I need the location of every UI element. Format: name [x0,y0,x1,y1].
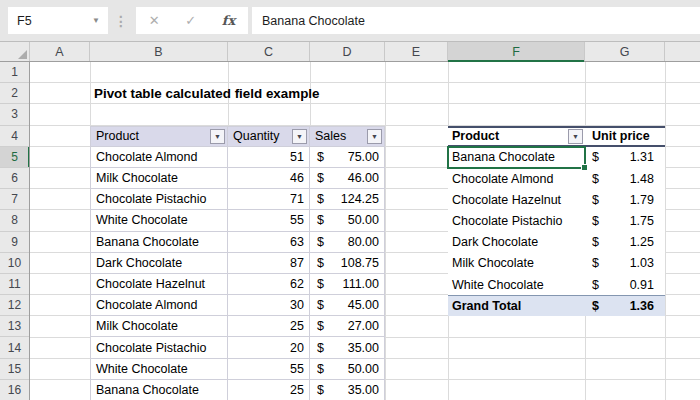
product-cell[interactable]: White Chocolate [90,210,228,231]
row-header-16[interactable]: 16 [0,380,29,400]
column-header-A[interactable]: A [30,42,90,61]
currency-symbol: $ [317,383,324,397]
pivot-product-cell[interactable]: Chocolate Almond [448,168,585,189]
row-header-12[interactable]: 12 [0,295,29,316]
quantity-cell[interactable]: 30 [228,295,310,316]
unit-price-value: 1.31 [630,150,654,164]
row-header-5[interactable]: 5 [0,147,29,168]
grand-total-price-cell[interactable]: $1.36 [585,296,665,316]
pivot-header-unit-price[interactable]: Unit price [585,128,665,145]
pivot-header-label: Product [452,129,499,143]
row-header-1[interactable]: 1 [0,62,29,83]
source-header-product[interactable]: Product▼ [90,126,228,147]
row-header-13[interactable]: 13 [0,316,29,337]
sales-cell[interactable]: $50.00 [310,359,385,380]
product-cell[interactable]: Chocolate Almond [90,147,228,168]
grand-total-label-cell[interactable]: Grand Total [448,296,585,316]
row-header-8[interactable]: 8 [0,210,29,231]
product-cell[interactable]: Milk Chocolate [90,168,228,189]
pivot-product-cell[interactable]: Chocolate Pistachio [448,210,585,231]
currency-symbol: $ [592,214,599,228]
sales-cell[interactable]: $108.75 [310,253,385,274]
column-header-B[interactable]: B [90,42,228,61]
sales-cell[interactable]: $35.00 [310,380,385,400]
pivot-product-cell[interactable]: White Chocolate [448,274,585,295]
pivot-product-cell[interactable]: Milk Chocolate [448,253,585,274]
name-box[interactable]: F5 ▼ [8,7,108,34]
sales-filter-button[interactable]: ▼ [367,129,382,144]
column-header-F[interactable]: F [448,42,585,61]
row-header-11[interactable]: 11 [0,274,29,295]
selected-cell-outline[interactable] [447,146,586,169]
product-cell[interactable]: Banana Chocolate [90,380,228,400]
column-header-C[interactable]: C [228,42,310,61]
row-header-10[interactable]: 10 [0,253,29,274]
pivot-price-cell[interactable]: $0.91 [585,274,665,295]
quantity-cell[interactable]: 62 [228,274,310,295]
quantity-cell[interactable]: 63 [228,232,310,253]
sales-cell[interactable]: $45.00 [310,295,385,316]
product-cell[interactable]: Dark Chocolate [90,253,228,274]
product-cell[interactable]: Chocolate Pistachio [90,189,228,210]
source-header-quantity[interactable]: Quantity▼ [228,126,310,147]
title-cell[interactable]: Pivot table calculated field example [94,83,320,104]
formula-input[interactable]: Banana Chocolate [252,7,700,34]
sales-cell[interactable]: $50.00 [310,210,385,231]
pivot-price-cell[interactable]: $1.03 [585,253,665,274]
pivot-product-cell[interactable]: Dark Chocolate [448,232,585,253]
quantity-cell[interactable]: 55 [228,359,310,380]
sales-cell[interactable]: $75.00 [310,147,385,168]
row-header-2[interactable]: 2 [0,83,29,104]
pivot-price-cell[interactable]: $1.79 [585,189,665,210]
product-cell[interactable]: Chocolate Almond [90,295,228,316]
product-filter-button[interactable]: ▼ [210,129,225,144]
row-header-6[interactable]: 6 [0,168,29,189]
chevron-down-icon[interactable]: ▼ [92,16,108,25]
product-cell[interactable]: Chocolate Pistachio [90,337,228,358]
sales-cell[interactable]: $124.25 [310,189,385,210]
source-header-sales[interactable]: Sales▼ [310,126,385,147]
row-header-4[interactable]: 4 [0,126,29,147]
insert-function-icon[interactable]: fx [222,13,235,28]
quantity-cell[interactable]: 25 [228,316,310,337]
quantity-cell[interactable]: 20 [228,337,310,358]
fill-handle[interactable] [581,164,588,171]
enter-icon[interactable]: ✓ [185,13,196,28]
quantity-filter-button[interactable]: ▼ [292,129,307,144]
column-header-D[interactable]: D [310,42,385,61]
sales-cell[interactable]: $80.00 [310,232,385,253]
product-cell[interactable]: Chocolate Hazelnut [90,274,228,295]
row-header-9[interactable]: 9 [0,232,29,253]
quantity-cell[interactable]: 55 [228,210,310,231]
pivot-product-filter-button[interactable]: ▼ [568,129,583,144]
cancel-icon[interactable]: ✕ [149,13,160,28]
pivot-product-cell[interactable]: Chocolate Hazelnut [448,189,585,210]
pivot-header-product[interactable]: Product▼ [448,128,585,145]
pivot-price-cell[interactable]: $1.31 [585,147,665,168]
pivot-price-cell[interactable]: $1.75 [585,210,665,231]
product-cell[interactable]: Milk Chocolate [90,316,228,337]
quantity-cell[interactable]: 71 [228,189,310,210]
row-header-15[interactable]: 15 [0,359,29,380]
sales-cell[interactable]: $46.00 [310,168,385,189]
quantity-cell[interactable]: 25 [228,380,310,400]
sheet-grid: Pivot table calculated field example Pro… [30,62,700,400]
quantity-cell[interactable]: 51 [228,147,310,168]
product-cell[interactable]: Banana Chocolate [90,232,228,253]
column-header-G[interactable]: G [585,42,665,61]
pivot-price-cell[interactable]: $1.48 [585,168,665,189]
sales-cell[interactable]: $111.00 [310,274,385,295]
select-all-corner[interactable] [0,42,30,61]
row-header-14[interactable]: 14 [0,337,29,358]
currency-symbol: $ [317,277,324,291]
row-header-7[interactable]: 7 [0,189,29,210]
pivot-price-cell[interactable]: $1.25 [585,232,665,253]
formula-bar-separator: ⋮ [114,7,128,34]
row-header-3[interactable]: 3 [0,104,29,125]
quantity-cell[interactable]: 46 [228,168,310,189]
sales-cell[interactable]: $27.00 [310,316,385,337]
column-header-E[interactable]: E [385,42,448,61]
product-cell[interactable]: White Chocolate [90,359,228,380]
sales-cell[interactable]: $35.00 [310,337,385,358]
quantity-cell[interactable]: 87 [228,253,310,274]
